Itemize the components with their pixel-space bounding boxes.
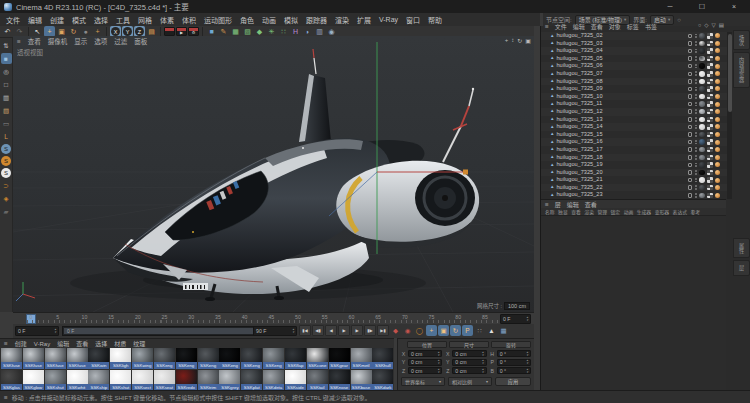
visibility-dots-icon[interactable] <box>695 155 697 160</box>
editor-visibility-icon[interactable] <box>688 49 693 54</box>
editor-visibility-icon[interactable] <box>688 155 693 160</box>
material-tag-icon[interactable] <box>699 41 705 47</box>
object-row[interactable]: ▲huilugou_7325_13 <box>541 116 727 124</box>
key-scale-icon[interactable]: ▣ <box>438 325 449 336</box>
material-tag-icon[interactable] <box>699 33 705 39</box>
visibility-dots-icon[interactable] <box>695 125 697 130</box>
visibility-dots-icon[interactable] <box>695 163 697 168</box>
material-thumbnail[interactable]: SSKfuse <box>45 348 66 369</box>
material-thumbnail[interactable]: SSKsect <box>132 370 153 391</box>
material-thumbnail[interactable]: SSKglow <box>23 370 44 391</box>
editor-visibility-icon[interactable] <box>688 34 693 39</box>
material-thumbnail[interactable]: SSKtrim <box>198 370 219 391</box>
uvw-tag-icon[interactable] <box>707 177 713 183</box>
prev-key-button[interactable]: ◀▮ <box>312 325 324 336</box>
edge-mode-icon[interactable]: ▥ <box>1 92 12 103</box>
render-settings-icon[interactable]: ⚙ <box>188 27 199 36</box>
hamburger-icon[interactable]: ≡ <box>17 38 21 45</box>
material-tag-icon[interactable] <box>699 48 705 54</box>
editor-visibility-icon[interactable] <box>688 170 693 175</box>
editor-visibility-icon[interactable] <box>688 87 693 92</box>
visibility-dots-icon[interactable] <box>695 41 697 46</box>
phong-tag-icon[interactable] <box>715 155 720 160</box>
material-tag-icon[interactable] <box>699 155 705 161</box>
editor-visibility-icon[interactable] <box>688 117 693 122</box>
phong-tag-icon[interactable] <box>715 193 720 198</box>
viewport-menu-item-5[interactable]: 面板 <box>134 36 147 46</box>
goto-start-button[interactable]: ▮◀ <box>299 325 311 336</box>
material-thumbnail[interactable]: SSKside <box>285 370 306 391</box>
material-tag-icon[interactable] <box>699 124 705 130</box>
visibility-dots-icon[interactable] <box>695 117 697 122</box>
coordinate-header-2[interactable]: 旋转 <box>491 341 531 348</box>
visibility-dots-icon[interactable] <box>695 193 697 198</box>
material-thumbnail[interactable]: SSKnose <box>329 370 350 391</box>
key-position-icon[interactable]: + <box>426 325 437 336</box>
material-thumbnail[interactable]: SSKwing <box>132 348 153 369</box>
object-row[interactable]: ▲huilugou_7325_02 <box>541 32 727 40</box>
object-row[interactable]: ▲huilugou_7325_23 <box>541 191 727 199</box>
material-tag-icon[interactable] <box>699 56 705 62</box>
editor-visibility-icon[interactable] <box>688 64 693 69</box>
stepper-icon[interactable]: ▴▾ <box>54 328 56 333</box>
material-thumbnail[interactable]: SSKmetl <box>351 348 372 369</box>
timeline-mode-icon[interactable]: ▲ <box>486 325 497 336</box>
model-mode-icon[interactable]: ■ <box>1 53 12 64</box>
phong-tag-icon[interactable] <box>715 71 720 76</box>
material-menu-item-0[interactable]: 创建 <box>15 339 27 348</box>
editor-visibility-icon[interactable] <box>688 178 693 183</box>
object-row[interactable]: ▲huilugou_7325_10 <box>541 93 727 101</box>
hamburger-icon[interactable]: ≡ <box>4 340 8 347</box>
object-list-scrollbar[interactable] <box>727 32 732 199</box>
object-row[interactable]: ▲huilugou_7325_20 <box>541 169 727 177</box>
object-row[interactable]: ▲huilugou_7325_12 <box>541 108 727 116</box>
phong-tag-icon[interactable] <box>715 140 720 145</box>
visibility-dots-icon[interactable] <box>695 140 697 145</box>
editor-visibility-icon[interactable] <box>688 140 693 145</box>
range-start-field[interactable]: 0 F ▴▾ <box>15 326 59 336</box>
visibility-dots-icon[interactable] <box>695 64 697 69</box>
layer-manager-body[interactable] <box>541 216 726 390</box>
phong-tag-icon[interactable] <box>715 41 720 46</box>
menubar-item-8[interactable]: 体积 <box>178 15 200 25</box>
object-row[interactable]: ▲huilugou_7325_14 <box>541 123 727 131</box>
uvw-tag-icon[interactable] <box>707 147 713 153</box>
workplane-icon[interactable]: ▰ <box>1 206 12 217</box>
coordinate-rotation-field[interactable]: 0 °▴▾ <box>497 359 531 366</box>
material-thumbnail[interactable]: SSKship <box>88 370 109 391</box>
object-manager-menu-item-0[interactable]: 文件 <box>555 22 567 31</box>
stepper-icon[interactable]: ▴▾ <box>526 351 528 356</box>
uvw-tag-icon[interactable] <box>707 132 713 138</box>
material-thumbnail[interactable]: SSKseat <box>154 370 175 391</box>
uvw-tag-icon[interactable] <box>707 41 713 47</box>
apply-button[interactable]: 应用 <box>495 377 531 386</box>
viewport-menu-item-0[interactable]: 查看 <box>28 36 41 46</box>
material-thumbnail[interactable]: SSKeng <box>154 348 175 369</box>
quantize-icon[interactable]: ◈ <box>1 193 12 204</box>
material-tag-icon[interactable] <box>699 79 705 85</box>
phong-tag-icon[interactable] <box>715 56 720 61</box>
stepper-icon[interactable]: ▴▾ <box>438 351 440 356</box>
viewport-menu-item-2[interactable]: 显示 <box>74 36 87 46</box>
dock-tab-top-0[interactable]: 场次 <box>733 30 750 50</box>
object-row[interactable]: ▲huilugou_7325_19 <box>541 161 727 169</box>
menubar-item-9[interactable]: 运动图形 <box>200 15 236 25</box>
menubar-item-3[interactable]: 模式 <box>68 15 90 25</box>
editor-visibility-icon[interactable] <box>688 72 693 77</box>
object-row[interactable]: ▲huilugou_7325_11 <box>541 100 727 108</box>
uvw-tag-icon[interactable] <box>707 170 713 176</box>
stepper-icon[interactable]: ▴▾ <box>526 316 528 321</box>
key-parameter-icon[interactable]: P <box>462 325 473 336</box>
phong-tag-icon[interactable] <box>715 86 720 91</box>
coordinate-rotation-field[interactable]: 0 °▴▾ <box>497 350 531 357</box>
stepper-icon[interactable]: ▴▾ <box>438 359 440 364</box>
visibility-dots-icon[interactable] <box>695 102 697 107</box>
material-thumbnail[interactable]: SSKplat <box>241 370 262 391</box>
object-row[interactable]: ▲huilugou_7325_03 <box>541 40 727 48</box>
object-row[interactable]: ▲huilugou_7325_06 <box>541 62 727 70</box>
phong-tag-icon[interactable] <box>715 162 720 167</box>
uvw-tag-icon[interactable] <box>707 71 713 77</box>
autokeying-icon[interactable]: ◉ <box>402 325 413 336</box>
visibility-dots-icon[interactable] <box>695 87 697 92</box>
menubar-item-6[interactable]: 网格 <box>134 15 156 25</box>
